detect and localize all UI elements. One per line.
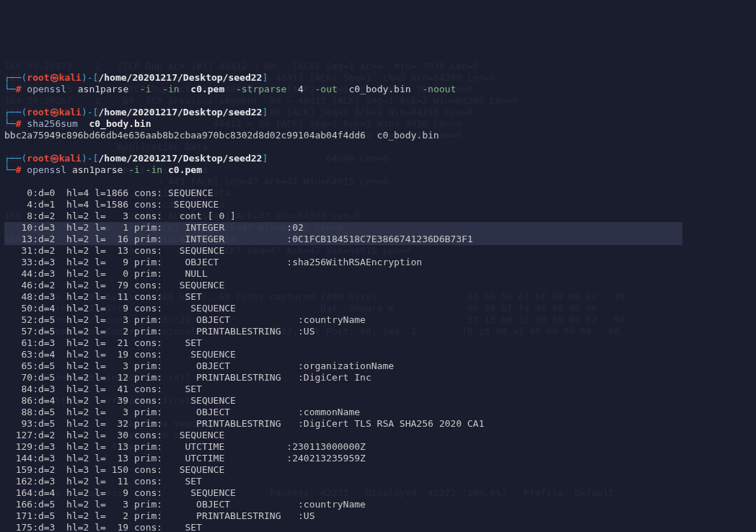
prompt-host: kali xyxy=(59,107,82,118)
asn1-line: 84:d=3 hl=2 l= 41 cons: SET xyxy=(4,384,752,395)
prompt-line-1: ┌──(root㉿kali)-[/home/20201217/Desktop/s… xyxy=(4,153,752,164)
asn1-line: 162:d=3 hl=2 l= 11 cons: SET xyxy=(4,476,752,487)
asn1-line: 33:d=3 hl=2 l= 9 prim: OBJECT :sha256Wit… xyxy=(4,257,752,268)
command-output: bbc2a75949c896bd66db4e636aab8b2cbaa970bc… xyxy=(4,130,752,141)
prompt-user: root xyxy=(27,72,49,83)
asn1-line: 127:d=2 hl=2 l= 30 cons: SEQUENCE xyxy=(4,430,752,441)
command-token: -in xyxy=(162,84,179,94)
command-token: c0_body.bin xyxy=(338,84,422,94)
asn1-line: 0:d=0 hl=4 l=1866 cons: SEQUENCE xyxy=(4,187,752,199)
prompt-line-2[interactable]: └─# sha256sum c0_body.bin xyxy=(4,118,752,130)
command-token xyxy=(224,84,236,94)
prompt-line-2[interactable]: └─# openssl asn1parse -i -in c0.pem -str… xyxy=(4,84,752,95)
blank-line xyxy=(4,95,752,107)
asn1-line: 57:d=5 hl=2 l= 2 prim: PRINTABLESTRING :… xyxy=(4,326,752,337)
command-token: c0.pem xyxy=(168,164,202,175)
asn1-line: 175:d=3 hl=2 l= 19 cons: SET xyxy=(4,522,752,532)
command-token: -noout xyxy=(422,84,456,94)
command-token xyxy=(78,118,89,129)
command-token: -strparse xyxy=(236,84,286,94)
command-token: sha256sum xyxy=(27,118,77,129)
command-token xyxy=(162,164,168,175)
asn1-line: 159:d=2 hl=3 l= 150 cons: SEQUENCE xyxy=(4,464,752,476)
asn1-line: 88:d=5 hl=2 l= 3 prim: OBJECT :commonNam… xyxy=(4,407,752,418)
asn1-line: 93:d=5 hl=2 l= 32 prim: PRINTABLESTRING … xyxy=(4,418,752,430)
command-token: openssl xyxy=(27,84,66,94)
asn1-line: 86:d=4 hl=2 l= 39 cons: SEQUENCE xyxy=(4,395,752,407)
asn1-line: 44:d=3 hl=2 l= 0 prim: NULL xyxy=(4,268,752,280)
prompt-line-1: ┌──(root㉿kali)-[/home/20201217/Desktop/s… xyxy=(4,107,752,118)
asn1-line: 4:d=1 hl=4 l=1586 cons: SEQUENCE xyxy=(4,199,752,210)
command-token: -out xyxy=(315,84,338,94)
command-token: -i xyxy=(140,84,151,94)
prompt-line-1: ┌──(root㉿kali)-[/home/20201217/Desktop/s… xyxy=(4,72,752,84)
prompt-path: /home/20201217/Desktop/seed22 xyxy=(98,107,262,118)
prompt-user: root xyxy=(27,153,49,164)
command-token: -i -in xyxy=(128,164,162,175)
asn1-line: 13:d=2 hl=2 l= 16 prim: INTEGER :0C1FCB1… xyxy=(4,234,752,245)
asn1-line: 50:d=4 hl=2 l= 9 cons: SEQUENCE xyxy=(4,303,752,314)
command-token: openssl xyxy=(27,164,66,175)
asn1-line: 129:d=3 hl=2 l= 13 prim: UTCTIME :230113… xyxy=(4,441,752,453)
asn1-line: 171:d=5 hl=2 l= 2 prim: PRINTABLESTRING … xyxy=(4,510,752,522)
command-token: asn1parse xyxy=(66,164,128,175)
asn1-line: 65:d=5 hl=2 l= 3 prim: OBJECT :organizat… xyxy=(4,360,752,372)
highlighted-line: 13:d=2 hl=2 l= 16 prim: INTEGER :0C1FCB1… xyxy=(4,234,682,245)
prompt-path: /home/20201217/Desktop/seed22 xyxy=(98,153,262,164)
asn1-line: 70:d=5 hl=2 l= 12 prim: PRINTABLESTRING … xyxy=(4,372,752,384)
blank-line xyxy=(4,141,752,153)
prompt-line-2[interactable]: └─# openssl asn1parse -i -in c0.pem xyxy=(4,164,752,176)
blank-line xyxy=(4,176,752,187)
highlighted-line: 10:d=3 hl=2 l= 1 prim: INTEGER :02 xyxy=(4,222,682,234)
command-token: asn1parse xyxy=(66,84,140,94)
asn1-line: 63:d=4 hl=2 l= 19 cons: SEQUENCE xyxy=(4,349,752,360)
prompt-user: root xyxy=(27,107,49,118)
command-token xyxy=(151,84,163,94)
prompt-path: /home/20201217/Desktop/seed22 xyxy=(98,72,262,83)
asn1-line: 31:d=2 hl=2 l= 13 cons: SEQUENCE xyxy=(4,245,752,257)
prompt-host: kali xyxy=(59,153,82,164)
asn1-line: 48:d=3 hl=2 l= 11 cons: SET xyxy=(4,291,752,303)
command-token: c0_body.bin xyxy=(89,118,151,129)
asn1-line: 164:d=4 hl=2 l= 9 cons: SEQUENCE xyxy=(4,487,752,499)
terminal-output[interactable]: ┌──(root㉿kali)-[/home/20201217/Desktop/s… xyxy=(4,72,752,532)
asn1-line: 144:d=3 hl=2 l= 13 prim: UTCTIME :240213… xyxy=(4,453,752,464)
asn1-line: 52:d=5 hl=2 l= 3 prim: OBJECT :countryNa… xyxy=(4,314,752,326)
prompt-host: kali xyxy=(59,72,82,83)
command-token: 4 xyxy=(286,84,315,94)
asn1-line: 8:d=2 hl=2 l= 3 cons: cont [ 0 ] xyxy=(4,210,752,222)
command-token xyxy=(180,84,191,94)
command-token: c0.pem xyxy=(190,84,224,94)
asn1-line: 10:d=3 hl=2 l= 1 prim: INTEGER :02 xyxy=(4,222,752,234)
asn1-line: 61:d=3 hl=2 l= 21 cons: SET xyxy=(4,337,752,349)
asn1-line: 46:d=2 hl=2 l= 79 cons: SEQUENCE xyxy=(4,280,752,291)
asn1-line: 166:d=5 hl=2 l= 3 prim: OBJECT :countryN… xyxy=(4,499,752,510)
